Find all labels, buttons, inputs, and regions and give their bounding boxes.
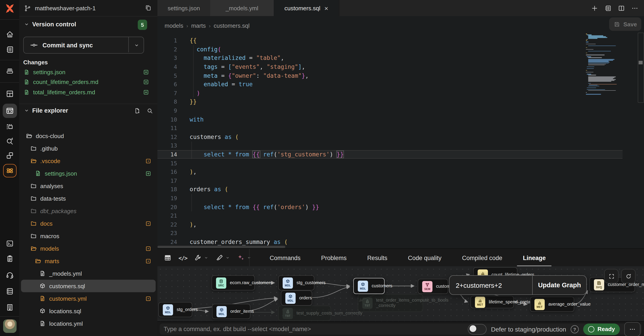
code-line-2[interactable]: 2 config( <box>158 45 622 54</box>
tree-item-docs-cloud[interactable]: docs-cloud <box>21 130 156 142</box>
command-more-icon[interactable] <box>624 322 640 336</box>
code-tag-icon[interactable]: </> <box>178 255 187 261</box>
code-line-7[interactable]: 7 ) <box>158 89 622 97</box>
code-line-17[interactable]: 17 <box>158 176 622 185</box>
dashboard-icon[interactable] <box>5 89 14 98</box>
code-line-9[interactable]: 9 <box>158 106 622 115</box>
tree-item-.github[interactable]: .github <box>21 142 156 155</box>
update-graph-button[interactable]: Update Graph <box>533 276 586 295</box>
ready-status-badge[interactable]: Ready <box>583 323 620 335</box>
code-line-8[interactable]: 8}} <box>158 97 622 106</box>
tab-customers.sql[interactable]: customers.sql× <box>274 0 340 16</box>
code-line-11[interactable]: 11 <box>158 124 622 132</box>
code-line-12[interactable]: 12customers as ( <box>158 132 622 141</box>
tree-item-macros[interactable]: macros <box>21 230 156 242</box>
lineage-node-test_supply[interactable]: TSTtest_supply_costs_sum_correctly <box>278 306 331 321</box>
breadcrumb-item[interactable]: marts <box>191 22 206 29</box>
lineage-canvas[interactable]: SRCecom.raw_customersMDLstg_customersMDL… <box>158 266 644 321</box>
code-line-4[interactable]: 4 tags = ["events", "staging"], <box>158 62 622 71</box>
code-editor[interactable]: models›marts›customers.sql Save 1{{2 con… <box>158 16 644 248</box>
minimap[interactable] <box>586 33 619 97</box>
server-icon[interactable] <box>5 287 14 296</box>
notebook-icon[interactable] <box>604 4 612 12</box>
breadcrumb-item[interactable]: models <box>164 22 183 29</box>
branch-bar[interactable]: matthewshaver-patch-1 <box>19 0 158 16</box>
code-window-icon[interactable] <box>2 104 17 118</box>
lineage-node-lifetime_spend_pretax[interactable]: METlifetime_spend_pretax <box>470 296 514 308</box>
code-line-20[interactable]: 20 select * from {{ ref('orders') }} <box>158 203 622 211</box>
lineage-node-average_order_value[interactable]: METaverage_order_value <box>530 297 574 312</box>
code-line-23[interactable]: 23 <box>158 229 622 238</box>
copy-icon[interactable] <box>144 4 152 12</box>
code-line-24[interactable]: 24customer_orders_summary as ( <box>158 238 622 246</box>
close-tab-icon[interactable]: × <box>324 4 328 12</box>
breadcrumb-item[interactable]: customers.sql <box>214 22 250 29</box>
more-options-icon[interactable] <box>631 4 639 12</box>
lineage-node-customers_model[interactable]: MDLcustomers <box>353 278 384 294</box>
code-line-14[interactable]: 14 select * from {{ ref('stg_customers')… <box>158 150 622 159</box>
code-line-3[interactable]: 3 materialized = "table", <box>158 54 622 62</box>
stage-file-icon[interactable] <box>143 89 149 95</box>
collapse-icon[interactable] <box>23 21 30 28</box>
lineage-node-test_order_items[interactable]: TSTtest_order_items_compute_to_bools _co… <box>358 294 423 312</box>
stage-file-icon[interactable] <box>143 79 149 85</box>
tab-_models.yml[interactable]: _models.yml <box>210 0 274 16</box>
code-line-13[interactable]: 13 <box>158 141 622 150</box>
headset-icon[interactable] <box>5 271 14 280</box>
terminal-icon[interactable] <box>5 239 14 248</box>
lineage-node-ecom_raw_customers[interactable]: SRCecom.raw_customers <box>212 275 255 291</box>
horizontal-scrollbar-thumb[interactable] <box>158 246 285 248</box>
tab-settings.json[interactable]: settings.json <box>158 0 211 16</box>
commit-options-chevron-icon[interactable] <box>133 42 140 48</box>
wrench-icon[interactable] <box>194 254 209 262</box>
tree-item-docs[interactable]: docs <box>21 217 156 230</box>
new-file-icon[interactable] <box>134 107 141 114</box>
tree-item-analyses[interactable]: analyses <box>21 180 156 192</box>
stage-file-icon[interactable] <box>145 170 152 177</box>
code-line-5[interactable]: 5 meta = {"owner": "data-team"}, <box>158 71 622 80</box>
scrollbar-track[interactable] <box>638 33 644 103</box>
tree-item-models[interactable]: models <box>21 242 156 255</box>
refresh-lineage-icon[interactable] <box>621 269 636 283</box>
tree-item-.vscode[interactable]: .vscode <box>21 155 156 167</box>
commit-and-sync-button[interactable]: Commit and sync <box>23 37 144 54</box>
drawer-icon[interactable] <box>5 66 14 75</box>
code-line-19[interactable]: 19 <box>158 194 622 202</box>
scrollbar-thumb[interactable] <box>639 61 643 64</box>
tree-item-dbt_packages[interactable]: dbt_packages <box>21 205 156 217</box>
table-icon[interactable] <box>164 254 172 262</box>
tree-item-data-tests[interactable]: data-tests <box>21 192 156 205</box>
panel-tab-Compiled code[interactable]: Compiled code <box>452 249 512 267</box>
lineage-node-stg_customers[interactable]: MDLstg_customers <box>278 275 314 291</box>
code-line-16[interactable]: 16), <box>158 168 622 176</box>
tree-item-customers.sql[interactable]: customers.sql <box>21 280 156 292</box>
panel-tab-Commands[interactable]: Commands <box>260 249 311 267</box>
windows-icon[interactable] <box>5 151 14 160</box>
changed-file-row[interactable]: count_lifetime_orders.md <box>23 77 154 87</box>
user-avatar[interactable] <box>3 320 16 333</box>
frame-icon[interactable] <box>5 122 14 131</box>
panel-tab-Results[interactable]: Results <box>357 249 398 267</box>
lineage-node-order_items[interactable]: MDLorder_items <box>212 304 250 319</box>
changed-file-row[interactable]: total_lifetime_orders.md <box>23 87 154 97</box>
code-line-10[interactable]: 10with <box>158 115 622 124</box>
fullscreen-icon[interactable] <box>604 269 618 283</box>
insights-icon[interactable] <box>5 137 14 146</box>
help-icon[interactable]: ? <box>571 325 579 333</box>
home-icon[interactable] <box>5 30 14 39</box>
tree-item-marts[interactable]: marts <box>21 255 156 267</box>
clipboard-icon[interactable] <box>5 254 14 263</box>
tree-item-locations.yml[interactable]: locations.yml <box>21 317 156 330</box>
format-icon[interactable] <box>215 254 230 262</box>
code-line-15[interactable]: 15 <box>158 159 622 168</box>
atom-icon[interactable] <box>3 164 16 177</box>
lineage-node-customers_sem[interactable]: SEMcustomers <box>418 279 448 294</box>
code-line-1[interactable]: 1{{ <box>158 36 622 45</box>
stage-file-icon[interactable] <box>143 69 149 75</box>
notebook-icon[interactable] <box>5 45 14 54</box>
tree-item-_models.yml[interactable]: _models.yml <box>21 267 156 280</box>
code-line-6[interactable]: 6 enabled = true <box>158 80 622 89</box>
lineage-node-stg_orders[interactable]: MDLstg_orders <box>158 302 192 317</box>
panel-tab-Code quality[interactable]: Code quality <box>398 249 452 267</box>
changed-file-row[interactable]: settings.json <box>23 67 154 77</box>
